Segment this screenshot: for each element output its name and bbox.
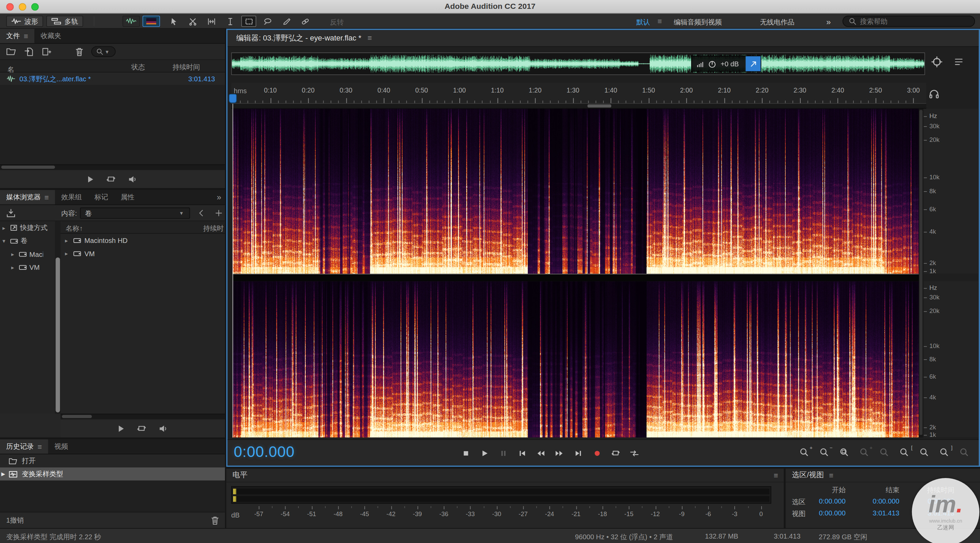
- move-tool[interactable]: [166, 16, 181, 27]
- zoom-in-vertical-button[interactable]: +: [858, 446, 872, 459]
- help-search[interactable]: [843, 16, 975, 27]
- show-spectral-toggle[interactable]: [143, 16, 160, 27]
- tab-video[interactable]: 视频: [48, 439, 74, 454]
- skip-selection-button[interactable]: [625, 445, 644, 461]
- trash-icon[interactable]: [76, 47, 83, 56]
- scrollbar-thumb[interactable]: [56, 257, 60, 413]
- open-file-icon[interactable]: [6, 48, 16, 56]
- loop-playback-button[interactable]: [606, 445, 625, 461]
- record-button[interactable]: [588, 445, 606, 461]
- time-display[interactable]: 0:00.000: [234, 443, 295, 460]
- file-row[interactable]: 03.澤野弘之...ater.flac * 3:01.413: [0, 73, 225, 85]
- zoom-grip[interactable]: [588, 105, 611, 108]
- play-icon[interactable]: [118, 425, 124, 432]
- workspace-default[interactable]: 默认: [636, 17, 650, 27]
- chevron-right-icon[interactable]: ▸: [65, 251, 70, 257]
- tab-markers[interactable]: 标记: [88, 190, 115, 204]
- loop-icon[interactable]: [137, 424, 146, 432]
- playhead[interactable]: [229, 94, 237, 103]
- workspace-edit-audio-video[interactable]: 编辑音频到视频: [674, 17, 722, 27]
- spectrogram-right-channel[interactable]: [232, 281, 919, 438]
- files-hscrollbar[interactable]: [0, 164, 225, 170]
- speaker-icon[interactable]: [159, 425, 168, 432]
- content-select[interactable]: 卷 ▾: [80, 208, 190, 219]
- zoom-reset-button[interactable]: [878, 446, 892, 459]
- levels-panel-menu-icon[interactable]: ≡: [774, 472, 778, 479]
- timeline-zoombar[interactable]: [231, 104, 926, 109]
- media-item-macintosh-hd[interactable]: ▸ Macintosh HD: [60, 234, 225, 247]
- spot-healing-brush-tool[interactable]: [298, 16, 312, 27]
- add-shortcut-icon[interactable]: [215, 209, 223, 217]
- chevron-right-icon[interactable]: ▸: [11, 264, 16, 270]
- lasso-selection-tool[interactable]: [260, 16, 275, 27]
- stop-button[interactable]: [456, 445, 475, 461]
- panel-list-icon[interactable]: [954, 57, 964, 67]
- selection-end[interactable]: 0:00.000: [856, 497, 899, 505]
- overview-waveform[interactable]: [232, 53, 924, 74]
- history-entry-open[interactable]: 打开: [0, 454, 225, 467]
- column-duration[interactable]: 持续时: [203, 224, 224, 233]
- overview-navigator[interactable]: +0 dB: [231, 52, 925, 75]
- multitrack-view-button[interactable]: 多轨: [46, 16, 83, 27]
- new-file-icon[interactable]: [42, 47, 51, 56]
- column-duration[interactable]: 持续时间: [172, 63, 200, 72]
- workspace-menu-icon[interactable]: ≡: [657, 17, 662, 25]
- tree-item-volumes[interactable]: ▾ 卷: [0, 234, 55, 248]
- tab-effects-rack[interactable]: 效果组: [55, 190, 88, 204]
- channel-divider[interactable]: [232, 273, 919, 281]
- media-item-vm[interactable]: ▸ VM: [60, 247, 225, 260]
- rewind-button[interactable]: [531, 445, 550, 461]
- view-start[interactable]: 0:00.000: [802, 509, 846, 517]
- download-tray-icon[interactable]: [6, 208, 16, 218]
- scrollbar-thumb[interactable]: [920, 110, 923, 435]
- speaker-icon[interactable]: [128, 175, 138, 183]
- selection-view-menu-icon[interactable]: ≡: [829, 472, 833, 479]
- files-search-button[interactable]: ▾: [91, 46, 116, 57]
- media-panel-menu-icon[interactable]: ≡: [44, 193, 49, 201]
- slip-tool[interactable]: [204, 16, 219, 27]
- chevron-right-icon[interactable]: ▸: [2, 225, 8, 231]
- tab-favorites[interactable]: 收藏夹: [34, 29, 67, 43]
- tab-history[interactable]: 历史记录 ≡: [0, 439, 48, 454]
- tree-item-vm[interactable]: ▸ VM: [0, 260, 55, 274]
- back-arrow-icon[interactable]: [197, 209, 205, 217]
- selection-start[interactable]: 0:00.000: [802, 497, 846, 505]
- razor-tool[interactable]: [185, 16, 200, 27]
- tree-item-macintosh-hd[interactable]: ▸ Macintosh HD: [0, 247, 55, 260]
- loop-icon[interactable]: [106, 175, 116, 183]
- spectrogram-left-channel[interactable]: [232, 109, 919, 274]
- view-end[interactable]: 3:01.413: [856, 509, 899, 517]
- media-hscrollbar[interactable]: [60, 414, 225, 419]
- fast-forward-button[interactable]: [550, 445, 569, 461]
- headphones-icon[interactable]: [929, 89, 939, 100]
- spot-target-icon[interactable]: [931, 56, 943, 69]
- reverse-button[interactable]: 反转: [330, 17, 344, 27]
- skip-to-start-button[interactable]: [512, 445, 531, 461]
- column-name[interactable]: 名称↑: [66, 224, 83, 232]
- zoom-out-full-button[interactable]: [958, 446, 972, 459]
- play-button[interactable]: [475, 445, 494, 461]
- marquee-selection-tool[interactable]: [241, 16, 256, 27]
- play-icon[interactable]: [88, 175, 94, 183]
- column-status[interactable]: 状态: [131, 63, 145, 72]
- level-meter[interactable]: [231, 486, 772, 503]
- hud-pin-button[interactable]: [746, 56, 760, 71]
- paintbrush-selection-tool[interactable]: [279, 16, 294, 27]
- tab-files[interactable]: 文件 ≡: [0, 29, 34, 43]
- zoom-sel-right-button[interactable]: ]: [937, 446, 953, 459]
- chevron-right-icon[interactable]: ▸: [65, 237, 70, 243]
- editor-panel-menu-icon[interactable]: ≡: [368, 34, 372, 42]
- media-tree-scrollbar[interactable]: [55, 221, 61, 414]
- import-file-icon[interactable]: [24, 47, 34, 56]
- time-selection-tool[interactable]: [223, 16, 237, 27]
- history-panel-menu-icon[interactable]: ≡: [37, 443, 42, 450]
- zoom-selection-button[interactable]: [837, 446, 853, 459]
- zoom-in-button[interactable]: +: [798, 446, 813, 459]
- chevron-right-icon[interactable]: ▸: [11, 251, 16, 257]
- timeline-ruler[interactable]: hms 0:100:200:300:400:501:001:101:201:30…: [231, 83, 926, 103]
- gain-knob-icon[interactable]: [708, 60, 716, 68]
- files-panel-menu-icon[interactable]: ≡: [24, 32, 28, 40]
- show-waveform-toggle[interactable]: [123, 16, 140, 27]
- spectrogram-vscrollbar[interactable]: [919, 109, 923, 438]
- hud-gain-value[interactable]: +0 dB: [721, 60, 739, 67]
